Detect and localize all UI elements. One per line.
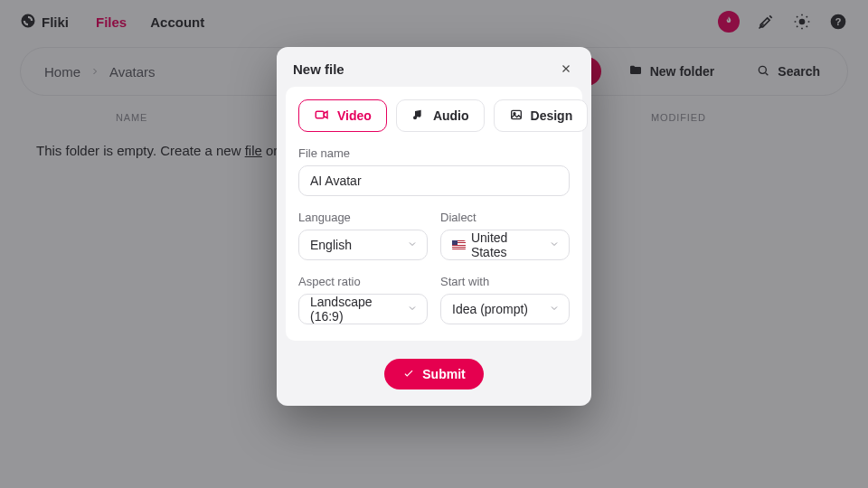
aspect-ratio-select[interactable]: Landscape (16:9) — [298, 294, 428, 324]
language-label: Language — [298, 211, 428, 224]
file-name-label: File name — [298, 146, 570, 160]
svg-rect-4 — [316, 111, 324, 118]
dialect-select[interactable]: United States — [440, 230, 570, 260]
start-with-label: Start with — [440, 275, 570, 288]
new-file-dialog: New file Video Audio — [277, 47, 591, 406]
modal-overlay[interactable]: New file Video Audio — [0, 0, 868, 488]
svg-rect-5 — [511, 110, 521, 118]
chevron-down-icon — [549, 302, 560, 316]
file-name-input[interactable] — [298, 165, 570, 196]
us-flag-icon — [452, 240, 466, 250]
image-icon — [509, 108, 524, 125]
modal-title: New file — [293, 61, 344, 77]
chevron-down-icon — [407, 238, 418, 252]
dialect-label: Dialect — [440, 211, 570, 224]
language-select[interactable]: English — [298, 230, 428, 260]
chevron-down-icon — [407, 302, 418, 316]
type-chip-design[interactable]: Design — [494, 99, 589, 132]
audio-icon — [411, 108, 426, 125]
close-button[interactable] — [557, 60, 575, 78]
type-chip-video[interactable]: Video — [298, 99, 387, 132]
start-with-select[interactable]: Idea (prompt) — [440, 294, 570, 324]
type-chip-audio[interactable]: Audio — [396, 99, 485, 132]
video-icon — [314, 107, 330, 126]
submit-button[interactable]: Submit — [384, 359, 483, 389]
check-icon — [402, 367, 415, 382]
chevron-down-icon — [549, 238, 560, 252]
aspect-ratio-label: Aspect ratio — [298, 275, 428, 288]
